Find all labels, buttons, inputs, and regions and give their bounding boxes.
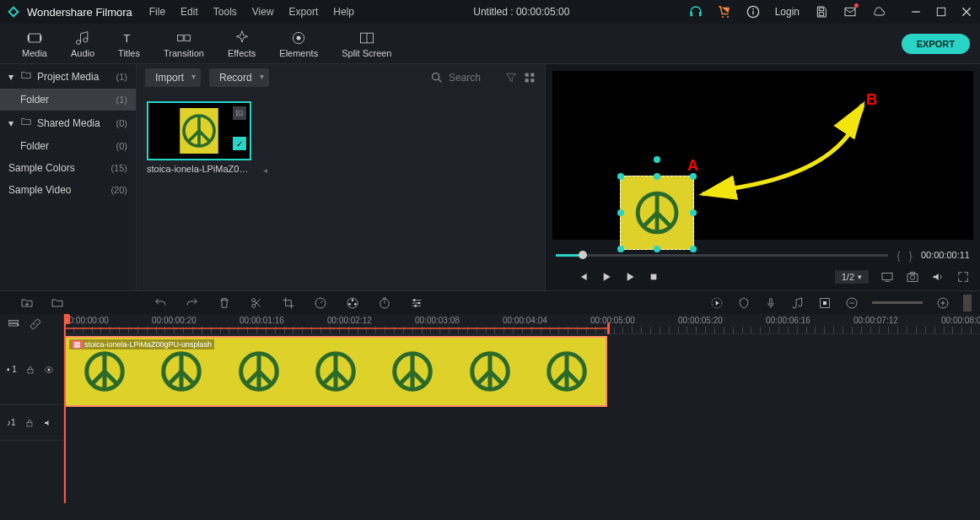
sidebar-item-label: Shared Media: [37, 117, 116, 129]
preview-quality-dropdown[interactable]: 1/2 ▾: [835, 270, 869, 284]
svg-point-34: [238, 112, 239, 113]
marker-icon[interactable]: [737, 296, 751, 310]
track-lock-icon[interactable]: [24, 416, 35, 430]
speed-icon[interactable]: [314, 296, 327, 310]
clip-thumbnail: [297, 338, 374, 405]
elements-icon: [290, 30, 307, 46]
sidebar-item[interactable]: Folder(0): [0, 135, 136, 157]
save-icon[interactable]: [815, 5, 828, 19]
render-icon[interactable]: [710, 296, 724, 310]
ruler-tick: 00:00:07:12: [853, 316, 898, 325]
filter-icon[interactable]: [504, 71, 518, 84]
login-button[interactable]: Login: [775, 6, 800, 18]
close-icon[interactable]: [960, 5, 973, 19]
grid-view-icon[interactable]: [523, 71, 536, 84]
sidebar-item[interactable]: Sample Video(20): [0, 179, 136, 201]
undo-icon[interactable]: [153, 296, 167, 310]
zoom-out-icon[interactable]: [845, 296, 859, 310]
record-dropdown[interactable]: Record: [209, 68, 269, 87]
svg-rect-25: [530, 73, 534, 77]
minimize-icon[interactable]: [909, 5, 923, 19]
info-icon[interactable]: [746, 5, 760, 19]
sidebar-item[interactable]: ▾Project Media(1): [0, 64, 136, 89]
timeline-manage-icon[interactable]: [7, 317, 20, 331]
svg-rect-44: [910, 273, 914, 274]
next-frame-icon[interactable]: [623, 270, 637, 284]
selected-object[interactable]: [620, 176, 694, 250]
playhead[interactable]: [64, 314, 66, 503]
stop-icon[interactable]: [647, 270, 660, 284]
resize-handle[interactable]: [654, 173, 660, 180]
zoom-fit-icon[interactable]: [963, 295, 972, 311]
adjust-icon[interactable]: [410, 296, 423, 310]
message-icon[interactable]: [843, 5, 857, 19]
link-icon[interactable]: [29, 317, 42, 331]
track-lock-icon[interactable]: [25, 363, 35, 376]
new-folder-icon[interactable]: [20, 296, 34, 310]
menu-export[interactable]: Export: [289, 6, 319, 18]
menu-file[interactable]: File: [149, 6, 165, 18]
cloud-icon[interactable]: [872, 5, 886, 19]
crop-icon[interactable]: [282, 296, 295, 310]
support-icon[interactable]: [689, 5, 703, 19]
video-track-header: ▪ 1: [0, 334, 63, 405]
svg-rect-65: [770, 298, 773, 304]
snapshot-icon[interactable]: [906, 270, 919, 284]
menu-view[interactable]: View: [252, 6, 274, 18]
media-thumbnail[interactable]: ✓ stoica-ionela-LPiMaZ00g...: [147, 101, 251, 174]
mixer-icon[interactable]: [791, 296, 805, 310]
zoom-slider[interactable]: [872, 301, 923, 304]
delete-icon[interactable]: [218, 296, 231, 310]
redo-icon[interactable]: [186, 296, 199, 310]
preview-canvas[interactable]: A B: [552, 71, 973, 240]
menu-tools[interactable]: Tools: [213, 6, 237, 18]
sidebar-item-count: (0): [116, 141, 127, 151]
collapse-icon[interactable]: ◂: [263, 165, 272, 177]
resize-handle[interactable]: [690, 246, 697, 252]
track-visibility-icon[interactable]: [44, 363, 54, 376]
export-button[interactable]: EXPORT: [902, 34, 970, 54]
maximize-icon[interactable]: [934, 5, 948, 19]
tab-split-screen[interactable]: Split Screen: [330, 30, 403, 58]
zoom-in-icon[interactable]: [936, 296, 950, 310]
menu-help[interactable]: Help: [333, 6, 354, 18]
color-icon[interactable]: [346, 296, 359, 310]
track-mute-icon[interactable]: [43, 416, 53, 430]
selection-end-marker[interactable]: [607, 322, 610, 334]
tab-elements[interactable]: Elements: [267, 30, 330, 58]
clip-thumbnail: [451, 338, 528, 405]
fullscreen-icon[interactable]: [956, 270, 970, 284]
resize-handle[interactable]: [617, 173, 624, 180]
resize-handle[interactable]: [654, 246, 660, 252]
prev-frame-icon[interactable]: [576, 270, 590, 284]
search-input[interactable]: [449, 72, 499, 84]
volume-icon[interactable]: [931, 270, 945, 284]
display-icon[interactable]: [880, 270, 894, 284]
resize-handle[interactable]: [617, 209, 624, 216]
svg-rect-39: [651, 274, 657, 280]
tab-media[interactable]: Media: [10, 30, 59, 58]
sidebar-item[interactable]: Sample Colors(15): [0, 157, 136, 179]
resize-handle[interactable]: [617, 246, 624, 252]
sidebar-item[interactable]: ▾Shared Media(0): [0, 111, 136, 135]
import-dropdown[interactable]: Import: [145, 68, 201, 87]
cart-icon[interactable]: [718, 5, 731, 19]
play-icon[interactable]: [600, 270, 613, 284]
tab-titles[interactable]: TTitles: [106, 30, 152, 58]
rotate-handle[interactable]: [654, 156, 660, 163]
tab-effects[interactable]: Effects: [216, 30, 267, 58]
keyframe-icon[interactable]: [818, 296, 832, 310]
resize-handle[interactable]: [690, 209, 697, 216]
preview-scrubber[interactable]: [556, 254, 888, 257]
menu-edit[interactable]: Edit: [180, 6, 198, 18]
split-icon[interactable]: [250, 296, 263, 310]
svg-point-61: [417, 301, 420, 304]
voiceover-icon[interactable]: [764, 296, 778, 310]
tab-audio[interactable]: Audio: [59, 30, 106, 58]
tab-transition[interactable]: Transition: [152, 30, 216, 58]
sidebar-item[interactable]: Folder(1): [0, 89, 136, 111]
timeline-ruler[interactable]: 00:00:00:0000:00:00:2000:00:01:1600:00:0…: [64, 314, 980, 334]
timeline-clip[interactable]: ▦stoica-ionela-LPiMaZ00gPU-unsplash: [64, 336, 607, 407]
folder-icon[interactable]: [51, 296, 64, 310]
duration-icon[interactable]: [378, 296, 391, 310]
